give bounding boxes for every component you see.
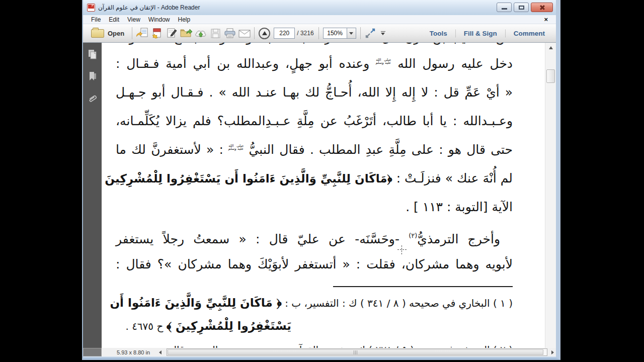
email-button[interactable] <box>237 27 252 40</box>
text-run: -وحَسَّنَه- عن عليّ قال : « سمعتُ رجلاً … <box>116 232 409 246</box>
footnotes: ( ١ ) البخاري في صحيحه ( ٨ / ٣٤١ ) ك : ا… <box>116 291 513 337</box>
comment-button[interactable]: Comment <box>505 30 553 37</box>
window-title: الإتقان في علوم القرآن - Adobe Reader <box>98 4 200 11</box>
status-bar: 5.93 x 8.80 in <box>83 348 556 356</box>
navigation-pane <box>83 43 102 348</box>
zoom-level-value[interactable]: 150% <box>323 28 347 39</box>
document-page[interactable]: عن المسيب بن حزن قال : لما حضرت أبا طالب… <box>102 43 545 348</box>
menu-bar: File Edit View Window Help × <box>83 15 556 24</box>
open-button[interactable]: Open <box>86 28 129 39</box>
menu-edit[interactable]: Edit <box>105 16 123 23</box>
chevron-down-icon <box>381 33 385 35</box>
minimize-button[interactable] <box>497 3 512 12</box>
scroll-left-icon[interactable] <box>159 350 162 354</box>
create-pdf-icon <box>151 27 163 39</box>
horizontal-scroll-thumb[interactable] <box>168 349 543 355</box>
main-area: عن المسيب بن حزن قال : لما حضرت أبا طالب… <box>83 43 556 348</box>
tools-button[interactable]: Tools <box>422 30 455 37</box>
page-text: دخل عليه رسول الله صلى اللهعليه وسلم وعن… <box>116 49 513 279</box>
footnote-reference: (٢) <box>409 232 417 239</box>
text-run: وعنده أبو جهلٍ، وعبدالله بن أبي أمية فـق… <box>116 56 376 71</box>
text-line: وعـبـدالله : يا أبا طالب، أتَرْغَبُ عن م… <box>116 107 513 135</box>
cloud-upload-icon <box>194 27 207 39</box>
zoom-dropdown-button[interactable] <box>347 28 356 39</box>
print-button[interactable] <box>222 27 237 40</box>
attachments-icon[interactable] <box>88 93 98 104</box>
text-run: ( ١ ) البخاري في صحيحه ( ٨ / ٣٤١ ) ك : ا… <box>282 297 513 309</box>
text-run: « أيْ عَمِّ قل : لا إِله إِلا الله، أُحـ… <box>116 85 513 100</box>
footnote-line: ( ١ ) البخاري في صحيحه ( ٨ / ٣٤١ ) ك : ا… <box>116 291 513 314</box>
fill-sign-button[interactable]: Fill & Sign <box>455 30 505 37</box>
toolbar-separator <box>132 27 132 39</box>
scroll-up-button[interactable] <box>546 44 555 51</box>
text-line: « أيْ عَمِّ قل : لا إِله إِلا الله، أُحـ… <box>116 78 513 107</box>
save-icon <box>209 27 221 39</box>
close-button[interactable] <box>531 3 553 12</box>
menu-file[interactable]: File <box>87 16 105 23</box>
previous-page-button[interactable] <box>259 28 270 39</box>
text-line: الآية [التوبة : ١١٣ ] . <box>116 193 513 221</box>
save-button[interactable] <box>208 27 222 40</box>
export-folder-button[interactable] <box>179 27 193 40</box>
fit-page-icon <box>365 28 376 39</box>
scroll-right-icon[interactable] <box>551 350 554 354</box>
page-thumbnails-icon[interactable] <box>88 49 98 60</box>
honorific-saw-icon: صلى اللهعليه وسلم <box>376 58 391 64</box>
overflow-bar-icon <box>381 31 385 32</box>
text-line: وأخرج الترمذيُّ(٢) -وحَسَّنَه- عن عليّ ق… <box>116 221 513 250</box>
menu-help[interactable]: Help <box>174 16 195 23</box>
text-run: دخل عليه رسول الله <box>391 56 513 71</box>
send-file-button[interactable] <box>135 27 149 40</box>
cloud-upload-button[interactable] <box>193 27 208 40</box>
horizontal-scrollbar[interactable] <box>167 348 547 356</box>
text-run: لأبويه وهما مشركان، فقلت : « أتستغفر لأب… <box>116 257 513 272</box>
title-bar[interactable]: الإتقان في علوم القرآن - Adobe Reader <box>83 0 556 15</box>
page-number-input[interactable] <box>274 28 295 39</box>
toolbar-separator <box>254 27 255 39</box>
open-label: Open <box>108 30 124 37</box>
text-line: دخل عليه رسول الله صلى اللهعليه وسلم وعن… <box>116 49 513 78</box>
toolbar-separator <box>318 27 319 39</box>
pdf-app-icon <box>87 4 95 12</box>
send-file-icon <box>136 27 148 39</box>
maximize-button[interactable] <box>514 3 529 12</box>
sign-document-icon <box>166 27 178 39</box>
text-run: الآية [التوبة : ١١٣ ] . <box>406 200 513 214</box>
export-folder-icon <box>180 27 193 39</box>
menu-view[interactable]: View <box>123 16 144 23</box>
toolbar-separator <box>360 27 361 39</box>
maximize-icon <box>519 6 524 10</box>
text-run: وأخرج الترمذيُّ <box>417 232 500 246</box>
fit-page-button[interactable] <box>363 27 378 40</box>
arrow-up-icon <box>262 31 267 35</box>
honorific-saw-icon: صلى اللهعليه وسلم <box>228 144 244 150</box>
text-run: : « لأستغفرنَّ لك ما <box>116 142 228 157</box>
quran-verse: يَسْتَغْفِرُوا لِلْمُشْرِكِينَ ﴾ <box>167 319 291 332</box>
toolbar-overflow-button[interactable] <box>381 31 385 35</box>
vertical-scroll-thumb[interactable] <box>546 69 555 83</box>
text-run: ح ٤٦٧٥ . <box>125 320 166 332</box>
text-run: لم أُنْهَ عنك » فنزلَـتْ : <box>392 171 513 186</box>
close-icon <box>539 5 545 10</box>
adobe-reader-window: الإتقان في علوم القرآن - Adobe Reader Fi… <box>82 0 560 360</box>
chevron-down-icon <box>349 32 353 35</box>
quran-verse: ﴿مَاكَانَ لِلنَّبِيِّ وَالَّذِينَ ءَامَن… <box>102 172 392 185</box>
text-run: حتى قال هو : على مِلَّةِ عبدِ المطلب . ف… <box>244 142 513 157</box>
page-total-label: / 3216 <box>297 30 313 37</box>
pane-corner <box>83 348 102 356</box>
print-icon <box>223 27 236 39</box>
close-document-icon[interactable]: × <box>544 16 552 23</box>
create-pdf-button[interactable] <box>149 27 164 40</box>
minimize-icon <box>502 8 507 10</box>
sign-document-button[interactable] <box>164 27 179 40</box>
bookmarks-icon[interactable] <box>88 71 98 82</box>
vertical-scrollbar[interactable] <box>545 43 556 348</box>
quran-verse: ﴿ مَاكَانَ لِلنَّبِيِّ وَالَّذِينَ ءَامَ… <box>110 296 281 309</box>
footnote-line: يَسْتَغْفِرُوا لِلْمُشْرِكِينَ ﴾ ح ٤٦٧٥ … <box>116 314 291 337</box>
text-line: حتى قال هو : على مِلَّةِ عبدِ المطلب . ف… <box>116 135 513 164</box>
clipped-footnote-line: ( ٢ ) الترمذي في سننه ( ٥ / ٢٧٨ ) ك : تف… <box>116 341 513 348</box>
footnote-separator <box>333 286 513 287</box>
menu-window[interactable]: Window <box>144 16 174 23</box>
text-run: وعـبـدالله : يا أبا طالب، أتَرْغَبُ عن م… <box>116 114 513 128</box>
arrow-up-icon <box>549 46 553 49</box>
